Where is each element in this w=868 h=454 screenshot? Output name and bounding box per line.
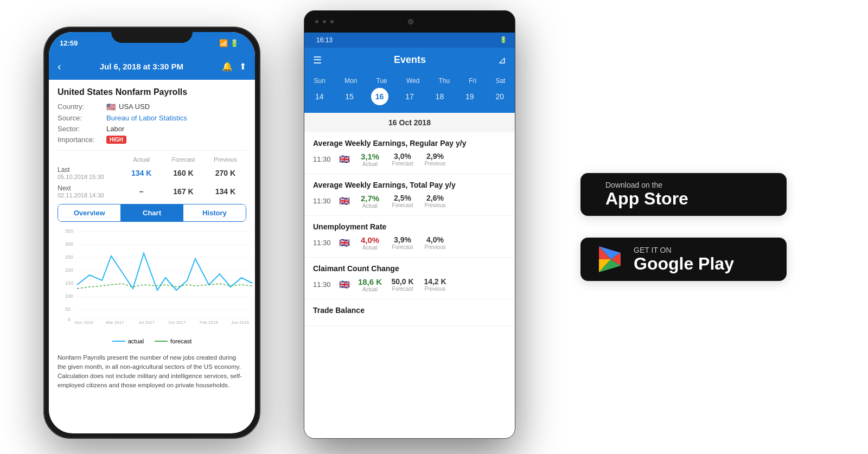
svg-text:300: 300 xyxy=(65,241,73,247)
share-icon[interactable]: ⬆ xyxy=(239,61,246,72)
date-header: 16 Oct 2018 xyxy=(304,113,515,132)
event-3-actual-label: Actual xyxy=(362,245,378,251)
android-screen: 16:13 🔋 ☰ Events ⊿ Sun Mon Tue Wed xyxy=(304,33,515,438)
event-1-actual-col: 3,1% Actual xyxy=(356,152,384,167)
tabs-bar: Overview Chart History xyxy=(58,204,246,222)
event-2-forecast: 2,5% xyxy=(394,194,411,202)
chart-legend: actual forecast xyxy=(58,335,246,348)
iphone-nav-title: Jul 6, 2018 at 3:30 PM xyxy=(67,62,216,71)
google-play-button[interactable]: GET IT ON Google Play xyxy=(580,238,787,281)
sector-label: Sector: xyxy=(58,125,106,133)
event-3-time: 11:30 xyxy=(313,239,334,247)
android-nav-title: Events xyxy=(394,54,426,66)
android-status-bar: 16:13 🔋 xyxy=(304,33,515,48)
svg-text:Feb 2018: Feb 2018 xyxy=(200,320,218,324)
event-3-actual-col: 4,0% Actual xyxy=(356,235,384,251)
event-3-flag: 🇬🇧 xyxy=(339,238,351,248)
tab-chart[interactable]: Chart xyxy=(120,204,183,221)
event-4-title: Claimant Count Change xyxy=(313,264,506,273)
legend-actual-item: actual xyxy=(112,338,144,344)
android-nav-bar: ☰ Events ⊿ xyxy=(304,48,515,73)
next-label: Next xyxy=(58,184,120,192)
event-4-actual-col: 18,6 K Actual xyxy=(356,277,384,292)
source-row: Source: Bureau of Labor Statistics xyxy=(58,114,246,122)
hamburger-icon[interactable]: ☰ xyxy=(313,54,322,66)
event-3-previous: 4,0% xyxy=(426,235,444,244)
next-date: 02.11.2018 14:30 xyxy=(58,192,120,199)
event-1-previous-col: 2,9% Previous xyxy=(422,152,449,167)
forecast-header: Forecast xyxy=(162,156,204,163)
event-4-previous-label: Previous xyxy=(425,286,446,292)
country-value: 🇺🇸 USA USD xyxy=(106,103,150,111)
event-title: United States Nonfarm Payrolls xyxy=(58,87,246,97)
svg-text:Mar 2017: Mar 2017 xyxy=(106,320,124,324)
date-17[interactable]: 17 xyxy=(401,88,418,105)
event-1-forecast: 3,0% xyxy=(394,152,411,161)
last-actual: 134 K xyxy=(120,169,162,177)
bell-icon[interactable]: 🔔 xyxy=(222,61,233,72)
svg-text:200: 200 xyxy=(65,267,73,273)
data-row-header: Actual Forecast Previous xyxy=(58,156,246,163)
tab-overview[interactable]: Overview xyxy=(58,204,120,221)
last-label-col: Last 05.10.2018 15:30 xyxy=(58,166,120,180)
date-19[interactable]: 19 xyxy=(461,88,478,105)
event-4-forecast: 50,0 K xyxy=(391,277,413,286)
app-store-large-text: App Store xyxy=(605,189,688,208)
last-date: 05.10.2018 15:30 xyxy=(58,174,120,180)
date-20[interactable]: 20 xyxy=(491,88,508,105)
event-4-actual: 18,6 K xyxy=(356,277,384,286)
event-3-title: Unemployment Rate xyxy=(313,222,506,231)
android-sensors xyxy=(315,20,334,23)
event-4-forecast-col: 50,0 K Forecast xyxy=(389,277,416,292)
android-events-list: Average Weekly Earnings, Regular Pay y/y… xyxy=(304,132,515,438)
event-2-flag: 🇬🇧 xyxy=(339,196,351,206)
event-2-title: Average Weekly Earnings, Total Pay y/y xyxy=(313,181,506,189)
sector-value: Labor xyxy=(106,125,124,133)
event-item-4: Claimant Count Change 11:30 🇬🇧 18,6 K Ac… xyxy=(304,258,515,299)
android-sensor2 xyxy=(323,20,326,23)
date-16[interactable]: 16 xyxy=(371,88,388,105)
last-forecast: 160 K xyxy=(162,169,204,177)
next-label-col: Next 02.11.2018 14:30 xyxy=(58,184,120,199)
day-mon: Mon xyxy=(344,77,357,85)
date-14[interactable]: 14 xyxy=(311,88,328,105)
svg-text:350: 350 xyxy=(65,228,73,234)
event-4-time: 11:30 xyxy=(313,280,334,289)
us-flag: 🇺🇸 xyxy=(106,103,116,111)
event-item-5: Trade Balance xyxy=(304,299,515,326)
event-4-data: 11:30 🇬🇧 18,6 K Actual 50,0 K Forecast xyxy=(313,277,506,292)
iphone-notch xyxy=(111,28,193,43)
next-forecast: 167 K xyxy=(162,187,204,196)
event-3-forecast-label: Forecast xyxy=(392,244,413,250)
actual-header: Actual xyxy=(120,156,162,163)
tab-history[interactable]: History xyxy=(183,204,246,221)
date-15[interactable]: 15 xyxy=(341,88,358,105)
next-previous: 134 K xyxy=(205,187,246,196)
android-sensor3 xyxy=(330,20,334,23)
source-link[interactable]: Bureau of Labor Statistics xyxy=(106,114,187,122)
next-actual: – xyxy=(120,187,162,196)
importance-label: Importance: xyxy=(58,136,106,144)
data-section: Actual Forecast Previous Last 05.10.2018… xyxy=(58,150,246,199)
event-4-previous-col: 14,2 K Previous xyxy=(422,277,449,292)
last-previous: 270 K xyxy=(205,169,246,177)
week-dates: 14 15 16 17 18 19 20 xyxy=(304,87,515,108)
legend-forecast-label: forecast xyxy=(170,338,192,344)
app-store-button[interactable]: Download on the App Store xyxy=(580,173,787,216)
filter-icon[interactable]: ⊿ xyxy=(498,54,506,66)
event-4-actual-label: Actual xyxy=(362,286,378,292)
chart-area: 350 300 250 200 150 100 50 0 xyxy=(49,226,255,335)
date-18[interactable]: 18 xyxy=(431,88,448,105)
event-1-forecast-col: 3,0% Forecast xyxy=(389,152,416,167)
event-1-previous: 2,9% xyxy=(426,152,444,161)
sector-row: Sector: Labor xyxy=(58,125,246,133)
android-camera xyxy=(408,19,413,24)
col-label xyxy=(58,156,120,163)
svg-text:Jun 2018: Jun 2018 xyxy=(231,320,249,324)
country-row: Country: 🇺🇸 USA USD xyxy=(58,103,246,111)
iphone-time: 12:59 xyxy=(60,39,78,47)
android-time: 16:13 xyxy=(316,36,333,44)
legend-forecast-line xyxy=(155,341,168,342)
back-icon[interactable]: ‹ xyxy=(58,60,61,73)
google-play-text: GET IT ON Google Play xyxy=(634,246,734,273)
